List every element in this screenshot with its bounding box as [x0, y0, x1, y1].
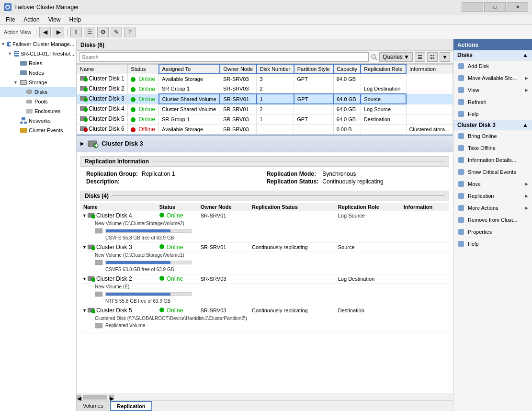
svg-line-18: [22, 120, 23, 122]
close-button[interactable]: ✕: [507, 2, 528, 12]
menu-file[interactable]: File: [2, 15, 19, 24]
view-toggle-1[interactable]: ☰: [415, 52, 425, 62]
tree-item-root[interactable]: ▼ Failover Cluster Manage...: [0, 39, 76, 49]
action-disk3-remove-from-clust---[interactable]: Remove from Clust...: [453, 214, 532, 226]
disk-row-icon: [80, 126, 88, 132]
action-disk3-bring-online[interactable]: Bring Online: [453, 130, 532, 142]
tree-item-disks[interactable]: Disks: [0, 87, 76, 97]
d-cell-name: ▼ Cluster Disk 3: [80, 242, 157, 251]
collapse-btn[interactable]: ▼: [82, 276, 87, 281]
tab-volumes[interactable]: Volumes: [77, 401, 109, 411]
expand-enclosures: [19, 109, 24, 114]
action-item-refresh[interactable]: Refresh: [453, 96, 532, 108]
app-icon: [4, 3, 11, 11]
col-assigned[interactable]: Assigned To: [159, 64, 220, 74]
action-disk3-properties[interactable]: Properties: [453, 226, 532, 238]
view-toggle-3[interactable]: ▼: [440, 52, 450, 62]
action-disk3-show-critical-events[interactable]: Show Critical Events: [453, 166, 532, 178]
table-row[interactable]: Cluster Disk 3 Online Cluster Shared Vol…: [77, 94, 453, 104]
actions-disk3-section[interactable]: Cluster Disk 3 ▲: [453, 120, 532, 130]
volume-label: New Volume (C:\ClusterStorage\Volume2): [95, 220, 449, 227]
actions-disks-section[interactable]: Disks ▲: [453, 50, 532, 60]
action-disk3-help[interactable]: Help: [453, 238, 532, 250]
col-info[interactable]: Information: [406, 64, 453, 74]
maximize-button[interactable]: □: [484, 2, 506, 12]
queries-button[interactable]: Queries ▼: [379, 52, 413, 62]
tree-item-nodes[interactable]: Nodes: [0, 68, 76, 78]
search-bar: Queries ▼ ☰ ☷ ▼: [77, 51, 453, 64]
tree-item-cluster[interactable]: ▼ SR-CLU-01.Threshol...: [0, 49, 76, 58]
d-status-text: Online: [167, 212, 183, 219]
menu-help[interactable]: Help: [66, 15, 85, 24]
disk-detail-row[interactable]: ▼ Cluster Disk 3 Online SR-SRV01 Continu…: [80, 242, 449, 251]
toolbar-back[interactable]: ◀: [39, 27, 51, 37]
tree-item-roles[interactable]: Roles: [0, 58, 76, 68]
disk-row-icon: [80, 115, 88, 122]
desc-label: Description:: [86, 178, 138, 185]
col-name[interactable]: Name: [77, 64, 128, 74]
cell-partition: [294, 84, 333, 94]
col-status[interactable]: Status: [128, 64, 159, 74]
d-cell-rep-role: Log Source: [335, 211, 401, 220]
tree-item-cluster-events[interactable]: Cluster Events: [0, 126, 76, 135]
toolbar-properties[interactable]: ✎: [111, 27, 122, 37]
svg-point-26: [84, 88, 88, 91]
menu-action[interactable]: Action: [20, 15, 43, 24]
action-item-move-available-sto---[interactable]: Move Available Sto... ▶: [453, 72, 532, 84]
collapse-btn[interactable]: ▼: [82, 308, 87, 313]
action-item-view[interactable]: View ▶: [453, 84, 532, 96]
cell-disk-num: 2: [257, 104, 294, 114]
col-partition[interactable]: Partition Style: [294, 64, 333, 74]
action-disk3-take-offline[interactable]: Take Offline: [453, 142, 532, 154]
disk-detail-row[interactable]: ▼ Cluster Disk 2 Online SR-SRV03 Log Des…: [80, 274, 449, 283]
disk-detail-row[interactable]: ▼ Cluster Disk 4 Online SR-SRV01 Log Sou…: [80, 211, 449, 220]
action-disk3-replication[interactable]: Replication ▶: [453, 190, 532, 202]
col-owner[interactable]: Owner Node: [220, 64, 256, 74]
table-row[interactable]: Cluster Disk 5 Online SR Group 1 SR-SRV0…: [77, 114, 453, 124]
menu-view[interactable]: View: [45, 15, 65, 24]
scroll-left[interactable]: ◀: [77, 395, 81, 400]
disk-detail-row[interactable]: ▼ Cluster Disk 5 Online SR-SRV03 Continu…: [80, 306, 449, 315]
col-disk-num[interactable]: Disk Number: [257, 64, 294, 74]
expand-detail[interactable]: ▶: [80, 141, 84, 146]
d-cell-rep-status: [249, 274, 335, 283]
scroll-thumb[interactable]: [83, 395, 107, 400]
action-disk3-move[interactable]: Move ▶: [453, 178, 532, 190]
toolbar-show-hide[interactable]: ☰: [84, 27, 95, 37]
action-disk3-more-actions[interactable]: More Actions ▶: [453, 202, 532, 214]
tree-item-pools[interactable]: Pools: [0, 97, 76, 106]
tree-item-enclosures[interactable]: Enclosures: [0, 106, 76, 116]
search-input[interactable]: [79, 52, 369, 62]
action-disk3-label: Replication: [468, 193, 522, 199]
horizontal-scroll[interactable]: ◀ ▶: [77, 393, 453, 400]
toolbar-help[interactable]: ?: [124, 27, 136, 37]
status-text: Online: [138, 86, 155, 92]
table-row[interactable]: Cluster Disk 6 Offline Available Storage…: [77, 124, 453, 134]
cell-disk-num: 1: [257, 94, 294, 104]
table-row[interactable]: Cluster Disk 4 Online Cluster Shared Vol…: [77, 104, 453, 114]
action-item-help[interactable]: Help: [453, 108, 532, 120]
expand-cluster: ▼: [8, 51, 12, 56]
disk-detail-icon: [88, 244, 95, 251]
tree-item-networks[interactable]: Networks: [0, 116, 76, 126]
tree-item-storage[interactable]: ▼ Storage: [0, 78, 76, 87]
rep-mode-value: Synchronous: [322, 171, 443, 177]
table-row[interactable]: Cluster Disk 2 Online SR Group 1 SR-SRV0…: [77, 84, 453, 94]
action-disk3-information-details---[interactable]: Information Details...: [453, 154, 532, 166]
collapse-btn[interactable]: ▼: [82, 213, 87, 218]
view-toggle-2[interactable]: ☷: [427, 52, 438, 62]
tab-replication[interactable]: Replication: [110, 401, 152, 411]
minimize-button[interactable]: −: [462, 2, 483, 12]
action-item-add-disk[interactable]: Add Disk: [453, 60, 532, 72]
toolbar-forward[interactable]: ▶: [53, 27, 64, 37]
col-rep-role[interactable]: Replication Role: [361, 64, 406, 74]
cell-assigned: Available Storage: [159, 124, 220, 134]
toolbar-up[interactable]: ⇧: [70, 27, 82, 37]
scroll-right[interactable]: ▶: [109, 395, 114, 400]
action-disk3-icon: [457, 228, 465, 236]
d-cell-info: [401, 242, 449, 251]
toolbar-console[interactable]: ⚙: [97, 27, 109, 37]
col-capacity[interactable]: Capacity: [333, 64, 361, 74]
collapse-btn[interactable]: ▼: [82, 245, 87, 250]
table-row[interactable]: Cluster Disk 1 Online Available Storage …: [77, 74, 453, 84]
